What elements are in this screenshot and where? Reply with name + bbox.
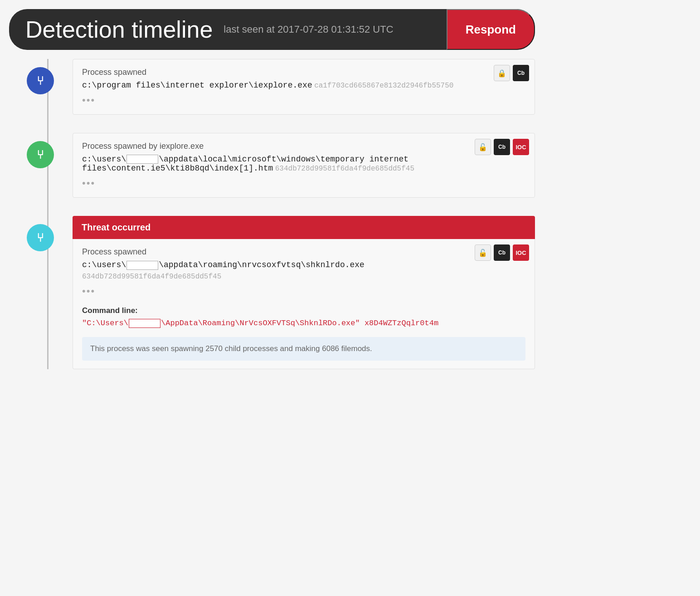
respond-button[interactable]: Respond	[447, 9, 535, 50]
fork-icon-3: ⑂	[37, 231, 44, 245]
cb-badge-1[interactable]: Cb	[513, 65, 529, 81]
event-dot-1: ⑂	[27, 67, 54, 94]
lock-badge-2[interactable]: 🔓	[475, 139, 491, 155]
event-path-3: c:\users\\appdata\roaming\nrvcsoxfvtsq\s…	[82, 260, 525, 269]
event-badges-1: 🔒 Cb	[494, 65, 529, 81]
event-path-2: c:\users\\appdata\local\microsoft\window…	[82, 155, 525, 173]
event-card-2: 🔓 Cb IOC Process spawned by iexplore.exe…	[73, 133, 535, 198]
event-title-2: Process spawned by iexplore.exe	[82, 142, 480, 151]
event-card-3: 🔓 Cb IOC Process spawned c:\users\\appda…	[73, 239, 535, 369]
timeline-line	[47, 59, 49, 369]
fork-icon-1: ⑂	[37, 74, 44, 88]
fork-icon-2: ⑂	[37, 148, 44, 162]
redacted-username-3	[126, 261, 158, 270]
redacted-username-2	[126, 155, 158, 164]
lock-badge-1[interactable]: 🔒	[494, 65, 510, 81]
event-hash-3: 634db728d99581f6da4f9de685dd5f45	[82, 273, 525, 281]
threat-banner: Threat occurred	[73, 216, 535, 239]
event-dot-3: ⑂	[27, 224, 54, 251]
command-line-value: "C:\Users\\AppData\Roaming\NrVcsOXFVTSq\…	[82, 319, 525, 328]
lock-badge-3[interactable]: 🔓	[475, 244, 491, 261]
event-title-3: Process spawned	[82, 247, 480, 257]
timeline-container: ⑂ 🔒 Cb Process spawned c:\program files\…	[9, 59, 535, 369]
event-dot-2: ⑂	[27, 141, 54, 168]
threat-event-wrapper: Threat occurred 🔓 Cb IOC Process spawned…	[73, 216, 535, 369]
ioc-badge-3[interactable]: IOC	[513, 244, 529, 261]
ioc-badge-2[interactable]: IOC	[513, 139, 529, 155]
event-card-1: 🔒 Cb Process spawned c:\program files\in…	[73, 59, 535, 115]
timeline-event-2: ⑂ 🔓 Cb IOC Process spawned by iexplore.e…	[73, 133, 535, 198]
timeline-event-1: ⑂ 🔒 Cb Process spawned c:\program files\…	[73, 59, 535, 115]
cb-badge-2[interactable]: Cb	[494, 139, 510, 155]
process-info-box: This process was seen spawning 2570 chil…	[82, 337, 525, 361]
event-path-1: c:\program files\internet explorer\iexpl…	[82, 81, 525, 90]
event-badges-2: 🔓 Cb IOC	[475, 139, 529, 155]
last-seen-subtitle: last seen at 2017-07-28 01:31:52 UTC	[224, 24, 446, 35]
event-dots-1: •••	[82, 94, 525, 106]
page-title: Detection timeline	[25, 16, 213, 43]
event-dots-2: •••	[82, 177, 525, 189]
event-title-1: Process spawned	[82, 68, 480, 77]
event-badges-3: 🔓 Cb IOC	[475, 244, 529, 261]
event-dots-3: •••	[82, 285, 525, 297]
detection-timeline-header: Detection timeline last seen at 2017-07-…	[9, 9, 535, 50]
redacted-username-cmdline	[129, 319, 160, 328]
command-line-label: Command line:	[82, 306, 525, 315]
cb-badge-3[interactable]: Cb	[494, 244, 510, 261]
timeline-event-3: ⑂ Threat occurred 🔓 Cb IOC Process spawn…	[73, 216, 535, 369]
